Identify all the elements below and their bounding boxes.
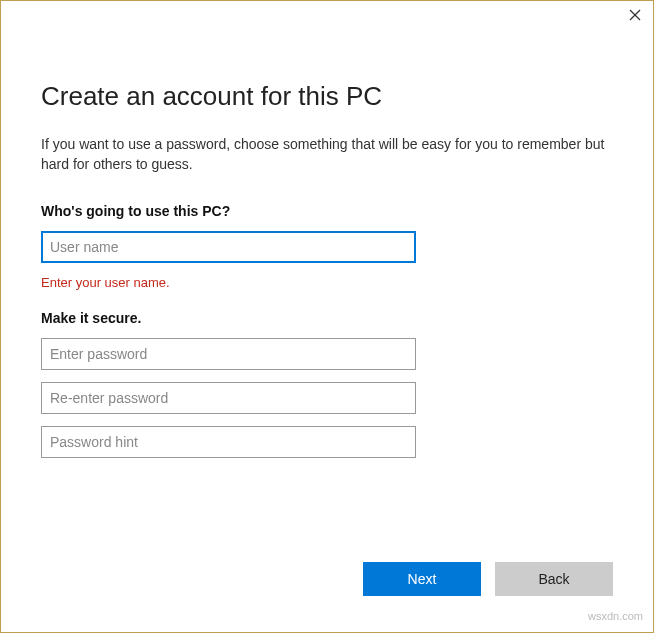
watermark: wsxdn.com	[588, 610, 643, 622]
page-description: If you want to use a password, choose so…	[41, 134, 613, 175]
secure-section-label: Make it secure.	[41, 310, 613, 326]
close-icon[interactable]	[629, 7, 641, 19]
username-input[interactable]	[41, 231, 416, 263]
content-area: Create an account for this PC If you wan…	[1, 31, 653, 458]
password-hint-input[interactable]	[41, 426, 416, 458]
next-button[interactable]: Next	[363, 562, 481, 596]
password-input[interactable]	[41, 338, 416, 370]
page-title: Create an account for this PC	[41, 81, 613, 112]
user-section-label: Who's going to use this PC?	[41, 203, 613, 219]
button-bar: Next Back	[363, 562, 613, 596]
reenter-password-input[interactable]	[41, 382, 416, 414]
titlebar	[1, 1, 653, 31]
username-error: Enter your user name.	[41, 275, 613, 290]
back-button[interactable]: Back	[495, 562, 613, 596]
